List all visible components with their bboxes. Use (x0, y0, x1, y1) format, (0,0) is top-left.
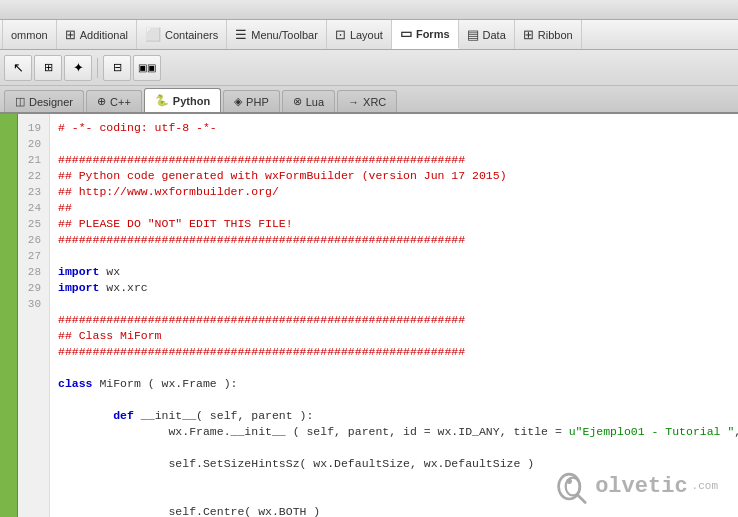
tab-php[interactable]: ◈ PHP (223, 90, 280, 112)
data-icon: ▤ (467, 27, 479, 42)
cursor-button[interactable]: ↖ (4, 55, 32, 81)
ribbon-icon: ⊞ (523, 27, 534, 42)
toolbar-separator-1 (97, 58, 98, 78)
tab-common[interactable]: ommon (2, 20, 57, 49)
lua-label: Lua (306, 96, 324, 108)
tab-lua[interactable]: ⊗ Lua (282, 90, 335, 112)
svg-line-2 (578, 495, 585, 502)
code-line-20: wx.Frame.__init__ ( self, parent, id = w… (58, 424, 730, 440)
code-line-13: ########################################… (58, 312, 730, 328)
code-line-9 (58, 248, 730, 264)
tab-forms[interactable]: ▭Forms (392, 20, 459, 49)
line-number-19: 19 (22, 120, 45, 136)
editor-container: 192021222324252627282930 # -*- coding: u… (0, 114, 738, 517)
designer-icon: ◫ (15, 95, 25, 108)
code-line-17: class MiForm ( wx.Frame ): (58, 376, 730, 392)
code-line-19: def __init__( self, parent ): (58, 408, 730, 424)
sub-tab-bar: ◫ Designer ⊕ C++ 🐍 Python ◈ PHP ⊗ Lua → … (0, 86, 738, 114)
code-line-8: ########################################… (58, 232, 730, 248)
line-number-25: 25 (22, 216, 45, 232)
code-line-7: ## PLEASE DO "NOT" EDIT THIS FILE! (58, 216, 730, 232)
tab-containers[interactable]: ⬜Containers (137, 20, 227, 49)
line-number-30: 30 (22, 296, 45, 312)
code-line-11: import wx.xrc (58, 280, 730, 296)
line-number-27: 27 (22, 248, 45, 264)
tab-python[interactable]: 🐍 Python (144, 88, 221, 112)
code-line-16 (58, 360, 730, 376)
layout-label: Layout (350, 29, 383, 41)
menu-toolbar-icon: ☰ (235, 27, 247, 42)
tab-xrc[interactable]: → XRC (337, 90, 397, 112)
cpp-icon: ⊕ (97, 95, 106, 108)
line-numbers: 192021222324252627282930 (18, 114, 50, 517)
combo-button[interactable]: ▣▣ (133, 55, 161, 81)
common-label: ommon (11, 29, 48, 41)
select-button[interactable]: ✦ (64, 55, 92, 81)
lua-icon: ⊗ (293, 95, 302, 108)
line-number-21: 21 (22, 152, 45, 168)
code-line-4: ## Python code generated with wxFormBuil… (58, 168, 730, 184)
containers-icon: ⬜ (145, 27, 161, 42)
watermark-com: .com (692, 478, 718, 494)
title-bar (0, 0, 738, 20)
line-number-23: 23 (22, 184, 45, 200)
cpp-label: C++ (110, 96, 131, 108)
code-line-2 (58, 136, 730, 152)
expand-button[interactable]: ⊞ (34, 55, 62, 81)
code-line-12 (58, 296, 730, 312)
xrc-icon: → (348, 96, 359, 108)
line-number-24: 24 (22, 200, 45, 216)
code-line-6: ## (58, 200, 730, 216)
line-number-20: 20 (22, 136, 45, 152)
toolbar: ↖ ⊞ ✦ ⊟ ▣▣ (0, 50, 738, 86)
data-label: Data (483, 29, 506, 41)
top-tab-bar: ommon⊞Additional⬜Containers☰Menu/Toolbar… (0, 20, 738, 50)
line-number-29: 29 (22, 280, 45, 296)
php-icon: ◈ (234, 95, 242, 108)
line-number-26: 26 (22, 232, 45, 248)
forms-icon: ▭ (400, 26, 412, 41)
code-area[interactable]: # -*- coding: utf-8 -*-#################… (50, 114, 738, 517)
code-line-15: ########################################… (58, 344, 730, 360)
code-line-18 (58, 392, 730, 408)
python-label: Python (173, 95, 210, 107)
tab-ribbon[interactable]: ⊞Ribbon (515, 20, 582, 49)
php-label: PHP (246, 96, 269, 108)
tab-cpp[interactable]: ⊕ C++ (86, 90, 142, 112)
code-line-21 (58, 440, 730, 456)
tab-layout[interactable]: ⊡Layout (327, 20, 392, 49)
python-icon: 🐍 (155, 94, 169, 107)
watermark-text: olvetic (595, 479, 687, 495)
watermark-icon (551, 467, 591, 507)
code-line-14: ## Class MiForm (58, 328, 730, 344)
line-number-22: 22 (22, 168, 45, 184)
layout-icon: ⊡ (335, 27, 346, 42)
code-line-3: ########################################… (58, 152, 730, 168)
code-line-10: import wx (58, 264, 730, 280)
code-line-5: ## http://www.wxformbuilder.org/ (58, 184, 730, 200)
tab-menu-toolbar[interactable]: ☰Menu/Toolbar (227, 20, 327, 49)
line-number-28: 28 (22, 264, 45, 280)
tab-data[interactable]: ▤Data (459, 20, 515, 49)
ribbon-label: Ribbon (538, 29, 573, 41)
menu-toolbar-label: Menu/Toolbar (251, 29, 318, 41)
svg-point-3 (567, 479, 572, 484)
left-accent-bar (0, 114, 18, 517)
watermark: olvetic .com (551, 467, 718, 507)
additional-label: Additional (80, 29, 128, 41)
additional-icon: ⊞ (65, 27, 76, 42)
containers-label: Containers (165, 29, 218, 41)
xrc-label: XRC (363, 96, 386, 108)
tab-additional[interactable]: ⊞Additional (57, 20, 137, 49)
table-button[interactable]: ⊟ (103, 55, 131, 81)
code-line-1: # -*- coding: utf-8 -*- (58, 120, 730, 136)
forms-label: Forms (416, 28, 450, 40)
designer-label: Designer (29, 96, 73, 108)
tab-designer[interactable]: ◫ Designer (4, 90, 84, 112)
